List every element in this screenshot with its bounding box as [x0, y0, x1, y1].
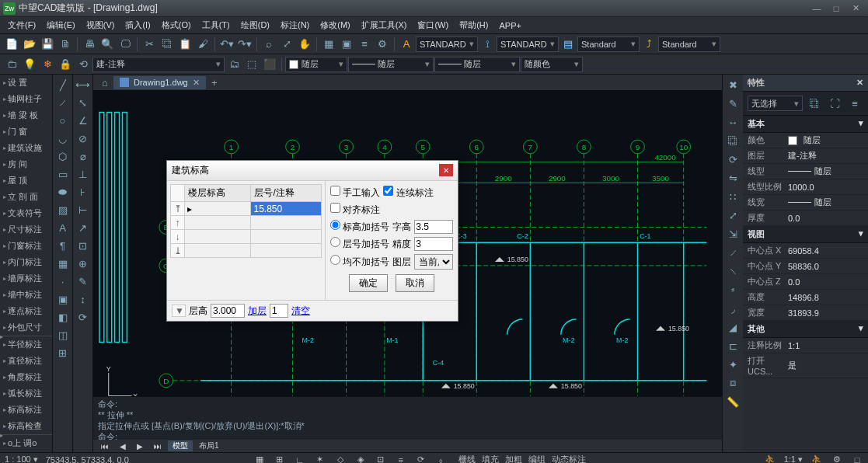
layer-select[interactable]: 当前层: [414, 254, 453, 270]
prop-row[interactable]: 线宽随层: [743, 195, 868, 211]
menu-item[interactable]: 窗口(W): [413, 18, 453, 33]
cancel-button[interactable]: 取消: [396, 274, 434, 292]
rotate-icon[interactable]: ⟳: [724, 151, 741, 168]
ellipse-icon[interactable]: ⬬: [54, 183, 71, 200]
dim-diameter-icon[interactable]: ⌀: [75, 148, 92, 165]
layer-state-icon[interactable]: 🗂: [225, 56, 242, 73]
sidepanel-item[interactable]: 墙中标注: [0, 287, 52, 303]
polygon-icon[interactable]: ⬡: [54, 148, 71, 165]
table-icon[interactable]: ▦: [320, 36, 337, 53]
tool-icon[interactable]: ⚙: [374, 36, 391, 53]
undo-icon[interactable]: ↶▾: [218, 36, 235, 53]
menu-item[interactable]: 扩展工具(X): [357, 18, 412, 33]
point-icon[interactable]: ·: [54, 273, 71, 290]
wipeout-icon[interactable]: ◫: [54, 326, 71, 343]
add-floor-link[interactable]: 加层: [248, 305, 267, 318]
linetype-combo[interactable]: 随层: [348, 57, 434, 72]
snap-mode-icon[interactable]: ⊞: [274, 454, 286, 464]
sidepanel-item[interactable]: o上 调o: [0, 435, 52, 451]
text-style-icon[interactable]: A: [398, 36, 415, 53]
tab-next-icon[interactable]: ▶: [132, 442, 148, 451]
table-style-icon[interactable]: ▤: [559, 36, 577, 53]
dim-update-icon[interactable]: ⟳: [75, 308, 92, 325]
matchprop-icon[interactable]: 🖌: [194, 36, 211, 53]
scale-display[interactable]: 1 : 100 ▾: [5, 454, 38, 463]
publish-icon[interactable]: 🖵: [117, 36, 134, 53]
menu-item[interactable]: 编辑(E): [42, 18, 80, 33]
menu-item[interactable]: 格式(O): [157, 18, 196, 33]
prop-icon[interactable]: ≡: [356, 36, 373, 53]
ok-button[interactable]: 确定: [349, 274, 388, 292]
annomon-icon[interactable]: ⛹: [810, 454, 823, 464]
osnap-icon[interactable]: ◇: [334, 454, 347, 464]
sidepanel-item[interactable]: 建筑设施: [0, 140, 52, 156]
sidepanel-item[interactable]: 墙 梁 板: [0, 107, 52, 124]
chk-align[interactable]: 对齐标注: [330, 203, 380, 217]
text-icon[interactable]: A: [54, 219, 71, 236]
join-icon[interactable]: ⧈: [724, 374, 741, 392]
tab-home-icon[interactable]: ⌂: [96, 75, 113, 91]
minimize-button[interactable]: —: [807, 2, 826, 15]
status-mode[interactable]: 动态标注: [552, 454, 586, 463]
sidepanel-item[interactable]: 房 间: [0, 156, 52, 172]
prop-row[interactable]: 注释比例1:1: [743, 338, 868, 353]
layer-on-icon[interactable]: 💡: [21, 56, 38, 73]
region-icon[interactable]: ◧: [54, 308, 71, 325]
person-icon[interactable]: ⛹: [764, 454, 776, 464]
sidepanel-item[interactable]: 门 窗: [0, 124, 52, 140]
snap-grid-icon[interactable]: ▦: [253, 454, 266, 464]
pan-icon[interactable]: ✋: [296, 36, 313, 53]
dim-tedit-icon[interactable]: ↕: [75, 291, 92, 308]
zoom-win-icon[interactable]: ⌕: [260, 36, 277, 53]
mleader-style-combo[interactable]: Standard: [658, 37, 720, 52]
menu-item[interactable]: APP+: [494, 19, 525, 32]
menu-item[interactable]: 插入(I): [120, 18, 155, 33]
zoom-ext-icon[interactable]: ⤢: [278, 36, 295, 53]
ortho-icon[interactable]: ∟: [294, 454, 306, 464]
dyn-icon[interactable]: ⊡: [375, 454, 387, 464]
row-arrow-up[interactable]: ↑: [171, 216, 185, 230]
row-arrow-down[interactable]: ↓: [171, 230, 185, 244]
offset-icon[interactable]: ⊏: [724, 337, 741, 354]
section-basic[interactable]: 基本▾: [743, 116, 868, 133]
prop-row[interactable]: 图层建-注释: [743, 148, 868, 164]
radio-elev-paren[interactable]: 标高加括号: [330, 220, 389, 234]
saveas-icon[interactable]: 🗎: [57, 36, 74, 53]
cycle-icon[interactable]: ⟳: [415, 454, 427, 464]
sidepanel-item[interactable]: 半径标注: [0, 336, 52, 353]
sidepanel-item[interactable]: 标高检查: [0, 418, 52, 434]
dim-style-icon[interactable]: ⟟: [479, 36, 496, 53]
status-mode[interactable]: 填充: [482, 454, 499, 463]
chamfer-icon[interactable]: ◢: [724, 319, 741, 336]
scale-icon[interactable]: ⤢: [724, 207, 741, 224]
center-icon[interactable]: ⊕: [75, 255, 92, 272]
radio-floor-paren[interactable]: 层号加括号: [330, 237, 389, 251]
layer-mgr-icon[interactable]: 🗀: [3, 56, 20, 73]
tab-first-icon[interactable]: ⏮: [96, 442, 113, 451]
pick-add-icon[interactable]: ⿻: [806, 95, 823, 112]
rect-icon[interactable]: ▭: [54, 165, 71, 183]
menu-item[interactable]: 文件(F): [3, 18, 40, 33]
sidepanel-item[interactable]: 标高标注: [0, 402, 52, 418]
array-icon[interactable]: ∷: [724, 188, 741, 205]
prop-row[interactable]: 中心点 X69058.4: [743, 243, 868, 259]
text-height-input[interactable]: [414, 220, 453, 234]
arc-icon[interactable]: ◡: [54, 130, 71, 147]
menu-item[interactable]: 工具(T): [197, 18, 235, 33]
otrack-icon[interactable]: ◈: [354, 454, 367, 464]
sidepanel-item[interactable]: 弧长标注: [0, 385, 52, 402]
lineweight-combo[interactable]: 随层: [434, 57, 520, 72]
floor-count-input[interactable]: [270, 304, 288, 318]
section-view[interactable]: 视图▾: [743, 226, 868, 243]
selection-combo[interactable]: 无选择: [748, 96, 803, 111]
sidepanel-item[interactable]: 外包尺寸: [0, 319, 52, 336]
dim-angular-icon[interactable]: ∠: [75, 112, 92, 129]
paste-icon[interactable]: 📋: [176, 36, 193, 53]
sidepanel-item[interactable]: 角度标注: [0, 369, 52, 385]
dim-aligned-icon[interactable]: ⤡: [75, 94, 92, 111]
layer-combo[interactable]: 建-注释: [92, 57, 225, 72]
floor-height-input[interactable]: [211, 304, 245, 318]
sidepanel-item[interactable]: 文表符号: [0, 205, 52, 221]
table-draw-icon[interactable]: ▦: [54, 255, 71, 272]
menu-item[interactable]: 帮助(H): [455, 18, 493, 33]
